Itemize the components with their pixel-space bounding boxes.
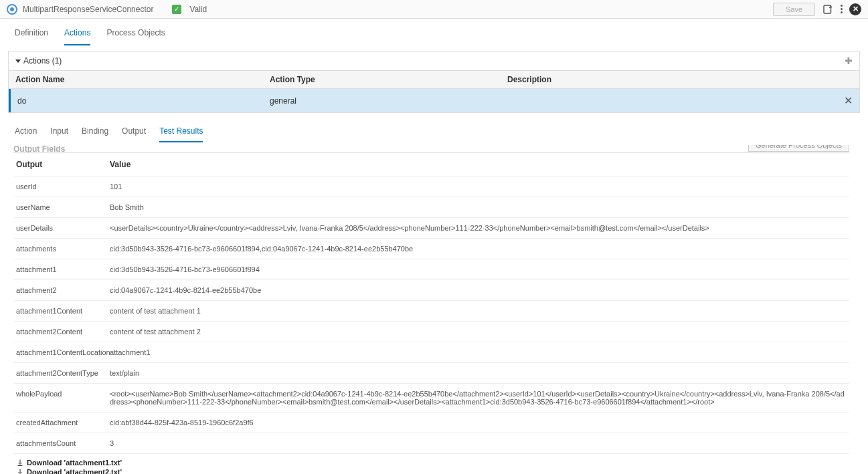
output-row-name: createdAttachment	[16, 419, 110, 427]
output-row-value: cid:abf38d44-825f-423a-8519-1960c6f2a9f6	[110, 419, 847, 427]
tab-actions[interactable]: Actions	[64, 28, 90, 45]
add-action-icon[interactable]: ✚	[845, 55, 853, 66]
validate-icon[interactable]	[822, 3, 834, 15]
action-row[interactable]: do general ✕	[9, 89, 859, 112]
col-header-desc: Description	[501, 71, 859, 88]
col-header-type: Action Type	[263, 71, 501, 88]
output-row: attachment1cid:3d50b943-3526-4716-bc73-e…	[13, 259, 849, 280]
download-icon	[16, 468, 24, 474]
top-bar: MultipartResponseServiceConnector ✓ Vali…	[0, 0, 868, 19]
actions-panel: Actions (1) ✚ Action Name Action Type De…	[8, 51, 860, 113]
download-links: Download 'attachment1.txt'Download 'atta…	[13, 454, 849, 474]
output-row-name: attachment1	[16, 265, 110, 273]
output-fields-title: Output Fields	[13, 145, 65, 153]
subtab-action[interactable]: Action	[15, 126, 37, 142]
output-fields-header: Output Fields Generate Process Objects	[13, 145, 849, 153]
valid-check-icon: ✓	[172, 5, 181, 14]
save-button[interactable]: Save	[773, 3, 815, 16]
download-link-label: Download 'attachment2.txt'	[27, 468, 122, 474]
collapse-icon[interactable]	[15, 60, 21, 63]
output-row: attachment1ContentLocationattachment1	[13, 342, 849, 363]
output-row-name: userName	[16, 203, 110, 211]
col-header-name: Action Name	[9, 71, 263, 88]
output-row-name: wholePayload	[16, 390, 110, 406]
kebab-menu-icon[interactable]	[841, 5, 843, 13]
tab-definition[interactable]: Definition	[15, 28, 48, 45]
output-row-name: attachmentsCount	[16, 439, 110, 447]
subtab-test-results[interactable]: Test Results	[159, 126, 203, 142]
output-row-value: text/plain	[110, 369, 847, 377]
svg-rect-0	[824, 5, 831, 13]
output-row-name: attachment1Content	[16, 307, 110, 315]
output-row: attachmentscid:3d50b943-3526-4716-bc73-e…	[13, 239, 849, 259]
subtab-binding[interactable]: Binding	[82, 126, 108, 142]
output-row: attachmentsCount3	[13, 433, 849, 454]
output-row-value: 3	[110, 439, 847, 447]
connector-icon	[7, 4, 17, 15]
top-bar-left: MultipartResponseServiceConnector ✓ Vali…	[7, 4, 773, 15]
output-row-value: <userDetails><country>Ukraine</country><…	[110, 224, 847, 232]
action-row-type: general	[263, 91, 501, 111]
subtab-input[interactable]: Input	[50, 126, 68, 142]
action-row-delete-icon[interactable]: ✕	[837, 89, 859, 112]
output-row-name: attachment2ContentType	[16, 369, 110, 377]
output-row: createdAttachmentcid:abf38d44-825f-423a-…	[13, 412, 849, 433]
output-row-name: attachment1ContentLocation	[16, 348, 110, 356]
page-title: MultipartResponseServiceConnector	[23, 5, 153, 14]
output-col-header-output: Output	[16, 160, 110, 169]
output-container: Output Fields Generate Process Objects O…	[13, 145, 855, 474]
actions-header[interactable]: Actions (1) ✚	[9, 51, 859, 70]
output-row-value: cid:3d50b943-3526-4716-bc73-e9606601f894	[110, 265, 847, 273]
download-icon	[16, 459, 24, 467]
download-link[interactable]: Download 'attachment1.txt'	[16, 458, 847, 467]
output-row-name: userId	[16, 183, 110, 191]
output-row-name: attachments	[16, 245, 110, 253]
output-row: attachment2ContentTypetext/plain	[13, 363, 849, 384]
output-row-value: Bob Smith	[110, 203, 847, 211]
output-row-value: 101	[110, 183, 847, 191]
actions-table-header: Action Name Action Type Description	[9, 70, 859, 89]
output-row: attachment2cid:04a9067c-1241-4b9c-8214-e…	[13, 280, 849, 301]
output-row-name: userDetails	[16, 224, 110, 232]
output-row-value: <root><userName>Bob Smith</userName><att…	[110, 390, 847, 406]
top-bar-right: Save ✕	[773, 3, 861, 16]
subtab-output[interactable]: Output	[122, 126, 146, 142]
output-row-value: content of test attachment 1	[110, 307, 847, 315]
output-row: attachment1Contentcontent of test attach…	[13, 301, 849, 322]
output-row-name: attachment2	[16, 286, 110, 294]
output-row: userDetails<userDetails><country>Ukraine…	[13, 218, 849, 239]
main-tabs: Definition Actions Process Objects	[0, 19, 868, 45]
generate-process-objects-button[interactable]: Generate Process Objects	[748, 145, 849, 152]
output-row-name: attachment2Content	[16, 328, 110, 336]
tab-process-objects[interactable]: Process Objects	[106, 28, 165, 45]
output-row: wholePayload<root><userName>Bob Smith</u…	[13, 384, 849, 412]
download-link-label: Download 'attachment1.txt'	[27, 459, 122, 467]
download-link[interactable]: Download 'attachment2.txt'	[16, 467, 847, 474]
valid-label: Valid	[189, 5, 207, 14]
action-row-name: do	[11, 91, 263, 111]
output-row: userId101	[13, 176, 849, 197]
output-scroll[interactable]: Output Fields Generate Process Objects O…	[13, 145, 855, 474]
output-row-value: cid:04a9067c-1241-4b9c-8214-ee2b55b470be	[110, 286, 847, 294]
output-row: attachment2Contentcontent of test attach…	[13, 322, 849, 342]
output-row-value: content of test attachment 2	[110, 328, 847, 336]
close-icon[interactable]: ✕	[849, 3, 861, 15]
output-row: userNameBob Smith	[13, 197, 849, 218]
actions-title: Actions (1)	[23, 56, 62, 66]
output-col-header-value: Value	[110, 160, 847, 169]
output-rows: userId101userNameBob SmithuserDetails<us…	[13, 176, 849, 454]
action-row-desc	[501, 96, 837, 106]
sub-tabs: Action Input Binding Output Test Results	[0, 118, 868, 142]
output-row-value: attachment1	[110, 348, 847, 356]
output-row-value: cid:3d50b943-3526-4716-bc73-e9606601f894…	[110, 245, 847, 253]
output-table-header: Output Value	[13, 153, 849, 176]
